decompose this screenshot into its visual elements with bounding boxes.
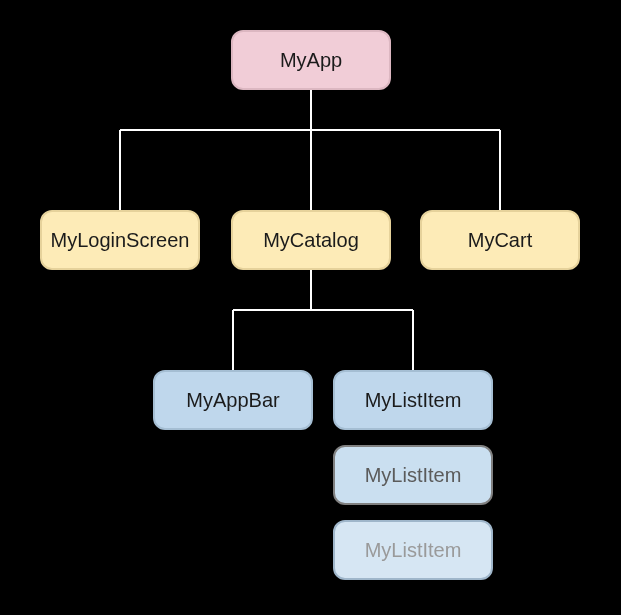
node-label: MyListItem — [365, 389, 462, 412]
node-mycatalog: MyCatalog — [231, 210, 391, 270]
node-myapp: MyApp — [231, 30, 391, 90]
node-myloginscreen: MyLoginScreen — [40, 210, 200, 270]
node-label: MyAppBar — [186, 389, 279, 412]
node-label: MyListItem — [365, 464, 462, 487]
node-mylistitem: MyListItem — [333, 445, 493, 505]
node-mylistitem: MyListItem — [333, 370, 493, 430]
tree-edges — [0, 0, 621, 615]
widget-tree-diagram: MyApp MyLoginScreen MyCatalog MyCart MyA… — [0, 0, 621, 615]
node-label: MyCatalog — [263, 229, 359, 252]
node-label: MyCart — [468, 229, 532, 252]
node-mylistitem: MyListItem — [333, 520, 493, 580]
node-label: MyApp — [280, 49, 342, 72]
node-label: MyListItem — [365, 539, 462, 562]
node-label: MyLoginScreen — [51, 229, 190, 252]
node-mycart: MyCart — [420, 210, 580, 270]
node-myappbar: MyAppBar — [153, 370, 313, 430]
